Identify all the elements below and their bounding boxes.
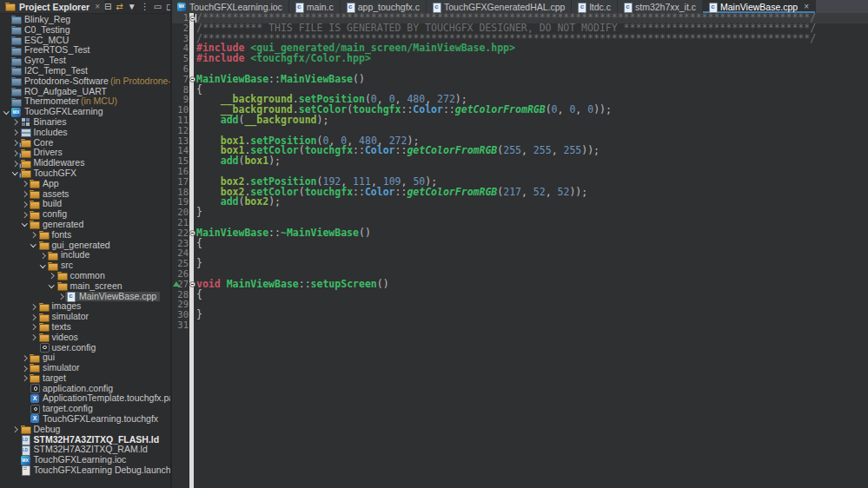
tree-item[interactable]: I2C_Temp_Test	[0, 66, 170, 76]
editor-tab[interactable]: stm32h7xx_it.c	[618, 0, 703, 13]
collapse-all-icon[interactable]: ⊟	[104, 0, 111, 13]
expander-icon[interactable]	[20, 373, 29, 384]
code-line[interactable]: 11 add(__background);	[172, 115, 868, 126]
expander-icon[interactable]	[20, 179, 29, 189]
tree-item[interactable]: main_screen	[0, 281, 170, 292]
code-line[interactable]: 27void MainViewBase::setupScreen()	[172, 280, 868, 290]
code-line[interactable]: 15 add(box1);	[172, 156, 868, 167]
tree-item[interactable]: Includes	[0, 128, 170, 138]
annotation-column	[172, 105, 177, 115]
close-icon[interactable]: ×	[804, 2, 809, 11]
line-number: 26	[177, 269, 189, 280]
tree-item[interactable]: user.config	[0, 343, 170, 353]
tree-item[interactable]: config	[0, 209, 170, 220]
tree-item[interactable]: TouchGFXLearning Debug.launch	[0, 465, 170, 476]
expander-icon[interactable]	[30, 322, 38, 333]
tree-item[interactable]: simulator	[0, 312, 170, 322]
expander-icon[interactable]	[30, 230, 38, 241]
code-text: MainViewBase::MainViewBase()	[196, 75, 365, 85]
expander-icon[interactable]	[20, 363, 29, 373]
tree-item[interactable]: Drivers	[0, 148, 170, 158]
tree-item-label: target	[41, 373, 68, 384]
expander-icon[interactable]	[11, 128, 20, 138]
tree-item[interactable]: Middlewares	[0, 158, 170, 168]
code-line[interactable]: 19 add(box2);	[172, 197, 868, 208]
tree-item[interactable]: include	[0, 250, 170, 260]
fold-collapse-icon[interactable]	[189, 281, 195, 287]
fold-collapse-icon[interactable]	[189, 76, 195, 82]
close-icon[interactable]: ×	[95, 2, 100, 11]
expander-icon[interactable]	[11, 117, 20, 128]
minimize-icon[interactable]: ▭	[154, 0, 162, 13]
explorer-header: Project Explorer × ⊟⇄▼⋮▭◻	[0, 0, 170, 14]
code-line[interactable]: 31	[172, 320, 868, 331]
tree-item[interactable]: common	[0, 271, 170, 281]
code-editor[interactable]: 1/**************************************…	[172, 13, 868, 488]
tree-item[interactable]: videos	[0, 333, 170, 343]
tree-item[interactable]: C0_Testing	[0, 25, 170, 36]
fold-collapse-icon[interactable]	[189, 230, 195, 236]
code-line[interactable]: 30}	[172, 310, 868, 320]
tree-item[interactable]: texts	[0, 322, 170, 333]
annotation-column	[172, 228, 177, 239]
expander-icon[interactable]	[48, 271, 56, 281]
link-with-editor-icon[interactable]: ⇄	[116, 0, 123, 13]
expander-icon[interactable]	[30, 301, 38, 312]
tree-item-label: videos	[50, 333, 80, 343]
tree-item[interactable]: simulator	[0, 363, 170, 373]
editor-tab[interactable]: ltdc.c	[572, 0, 618, 13]
code-line[interactable]: 22MainViewBase::~MainViewBase()	[172, 228, 868, 239]
tree-item[interactable]: gui	[0, 353, 170, 363]
code-line[interactable]: 24	[172, 248, 868, 259]
expander-icon[interactable]	[30, 333, 38, 343]
code-line[interactable]: 23{	[172, 239, 868, 249]
view-menu-icon[interactable]: ⋮	[141, 0, 149, 13]
tree-item[interactable]: fonts	[0, 230, 170, 241]
tree-item[interactable]: TouchGFX	[0, 168, 170, 179]
tree-item[interactable]: build	[0, 199, 170, 209]
tree-item[interactable]: target	[0, 373, 170, 384]
tree-item[interactable]: Protodrone-Software(in Protodrone-A)	[0, 76, 170, 87]
tree-item-label: fonts	[50, 230, 74, 241]
tree-item[interactable]: TouchGFXLearning	[0, 107, 170, 117]
code-line[interactable]: 7MainViewBase::MainViewBase()	[172, 75, 868, 85]
tree-item[interactable]: assets	[0, 189, 170, 200]
tree-item[interactable]: Binaries	[0, 117, 170, 128]
editor-tab[interactable]: main.c	[289, 0, 341, 13]
tab-project-explorer[interactable]: Project Explorer ×	[0, 0, 104, 13]
expander-icon[interactable]	[38, 260, 47, 271]
expander-icon[interactable]	[30, 241, 38, 251]
editor-tab[interactable]: MainViewBase.cpp×	[703, 0, 816, 13]
filter-icon[interactable]: ▼	[128, 0, 136, 13]
tree-item-label: user.config	[50, 343, 98, 353]
expander-icon[interactable]	[38, 250, 47, 260]
expander-icon[interactable]	[20, 353, 29, 363]
code-line[interactable]: 20}	[172, 208, 868, 218]
editor-tab[interactable]: TouchGFXLearning.ioc	[172, 0, 289, 13]
expander-icon[interactable]	[20, 209, 29, 220]
code-line[interactable]: 29	[172, 300, 868, 310]
editor-tab[interactable]: app_touchgfx.c	[341, 0, 427, 13]
folder-icon	[38, 241, 50, 250]
tree-item[interactable]: Debug	[0, 425, 170, 435]
ioc-file-icon	[178, 2, 186, 11]
expander-icon[interactable]	[48, 281, 56, 292]
annotation-column	[172, 197, 177, 208]
code-line[interactable]: 28{	[172, 290, 868, 300]
folder-blue-icon	[10, 36, 23, 45]
tree-item[interactable]: MainViewBase.cpp	[0, 292, 170, 302]
tree-item[interactable]: TouchGFXLearning.touchgfx	[0, 414, 170, 425]
editor-tab[interactable]: TouchGFXGeneratedHAL.cpp	[427, 0, 573, 13]
code-text: {	[196, 290, 202, 300]
expander-icon[interactable]	[30, 312, 38, 322]
tree-item[interactable]: generated	[0, 220, 170, 230]
expander-icon[interactable]	[2, 107, 10, 117]
expander-icon[interactable]	[20, 199, 29, 209]
code-line[interactable]: 25}	[172, 259, 868, 269]
code-line[interactable]: 5#include <touchgfx/Color.hpp>	[172, 54, 868, 64]
expander-icon[interactable]	[20, 189, 29, 200]
expander-icon[interactable]	[11, 425, 20, 435]
tree-item[interactable]: App	[0, 179, 170, 189]
expander-icon[interactable]	[20, 220, 29, 230]
tree-item[interactable]: Core	[0, 138, 170, 148]
